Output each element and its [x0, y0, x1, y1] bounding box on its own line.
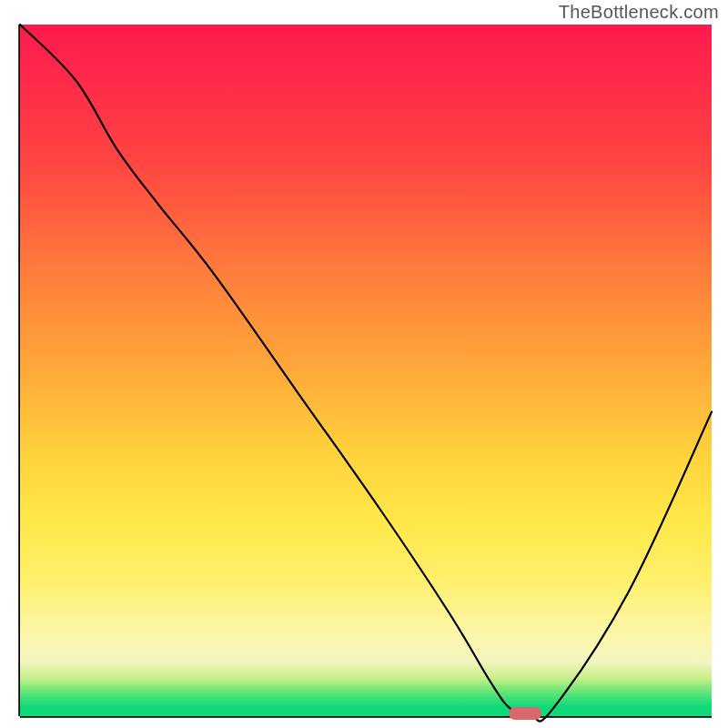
chart-area	[20, 25, 712, 716]
bottleneck-curve	[20, 25, 712, 716]
valley-marker	[509, 707, 541, 720]
